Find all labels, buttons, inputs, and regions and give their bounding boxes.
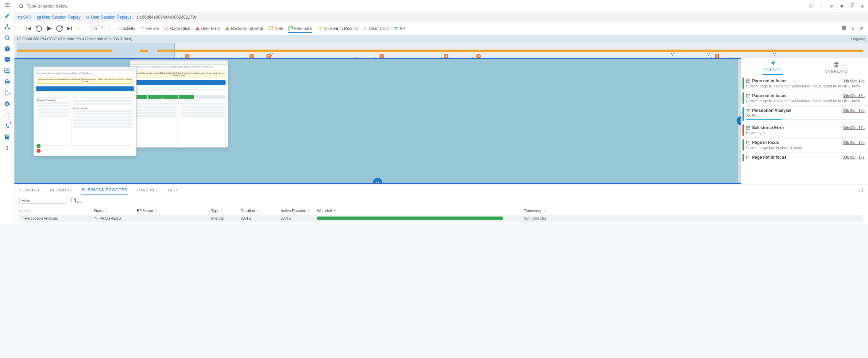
breadcrumb-usreplay[interactable]: User Session Replay bbox=[37, 15, 80, 20]
shot1-url: https://gapm-dev-ed.lightning.force.com/… bbox=[34, 71, 136, 75]
svg-point-23 bbox=[5, 115, 5, 115]
book-rail-icon[interactable] bbox=[3, 133, 11, 141]
toggle-panel-button[interactable] bbox=[373, 178, 382, 184]
col-label[interactable]: Label▲▼ bbox=[19, 209, 91, 213]
tab-events[interactable]: EVENTS bbox=[741, 58, 805, 76]
download-tool-icon[interactable] bbox=[850, 25, 856, 32]
undo-button[interactable] bbox=[35, 25, 43, 32]
col-bpname[interactable]: BP Name▲▼ bbox=[137, 209, 209, 213]
spinner-rail-icon[interactable] bbox=[3, 89, 11, 97]
left-rail bbox=[0, 0, 14, 224]
svg-point-20 bbox=[8, 116, 9, 117]
global-search[interactable] bbox=[19, 3, 805, 9]
svg-point-85 bbox=[748, 111, 749, 112]
fwd-dash-icon: — bbox=[76, 26, 80, 31]
legend-inactivity[interactable]: —Inactivity bbox=[114, 26, 135, 31]
scrub-track[interactable]: 312024183 bbox=[14, 43, 868, 58]
svg-point-68 bbox=[272, 53, 273, 54]
event-item[interactable]: Page not in focus00h 00m 18sCurrent page… bbox=[741, 91, 868, 106]
legend-no-search[interactable]: No Search Results bbox=[317, 26, 358, 31]
svg-point-4 bbox=[4, 28, 6, 30]
alert-rail-icon[interactable] bbox=[3, 45, 11, 53]
filter-input[interactable] bbox=[19, 197, 67, 204]
table-row[interactable]: Perception Analysis IN_PROGRESS Interval… bbox=[19, 215, 863, 222]
top-actions bbox=[805, 3, 864, 10]
tab-network[interactable]: NETWORK bbox=[50, 185, 73, 195]
col-timestamp[interactable]: Timestamp▲▼ bbox=[505, 209, 546, 213]
breadcrumb-usreplays[interactable]: User Session Replays bbox=[86, 15, 131, 20]
svg-point-3 bbox=[6, 24, 8, 26]
collapse-events-button[interactable] bbox=[737, 116, 741, 125]
refresh-icon[interactable] bbox=[805, 3, 812, 10]
export-csv-button[interactable]: CSV bbox=[71, 197, 81, 204]
maximize-icon[interactable] bbox=[858, 187, 863, 193]
event-item[interactable]: Page not in focus00h 00m 17s bbox=[741, 152, 868, 163]
info-top-icon[interactable] bbox=[836, 3, 843, 10]
legend-bp[interactable]: BP bbox=[393, 26, 405, 31]
svg-point-73 bbox=[707, 53, 708, 54]
legend-user-error[interactable]: User Error bbox=[195, 26, 220, 31]
help-rail-icon[interactable] bbox=[3, 144, 11, 152]
svg-rect-16 bbox=[5, 82, 9, 83]
breadcrumb-san[interactable]: SAN bbox=[18, 15, 32, 20]
bottom-panel: CONSOLENETWORKBUSINESS PROCESSTIMELINEIN… bbox=[14, 184, 868, 224]
loading-rail-icon[interactable] bbox=[3, 111, 11, 119]
hamburger-icon[interactable] bbox=[3, 1, 11, 9]
user-top-icon[interactable] bbox=[857, 3, 864, 10]
event-item[interactable]: Page not in focus00h 00m 18sCurrent page… bbox=[741, 76, 868, 91]
event-item[interactable]: Salesforce Error00h 00m 17sDivide by 0 bbox=[741, 123, 868, 138]
svg-point-49 bbox=[141, 27, 144, 30]
fullscreen-icon[interactable] bbox=[816, 3, 823, 10]
play-circle-icon[interactable] bbox=[826, 3, 833, 10]
legend-freeze[interactable]: Freeze bbox=[140, 26, 159, 31]
settings2-rail-icon[interactable] bbox=[3, 122, 11, 130]
tab-info[interactable]: INFO bbox=[166, 185, 177, 195]
events-list[interactable]: Page not in focus00h 00m 18sCurrent page… bbox=[741, 76, 868, 184]
redo-button[interactable] bbox=[56, 25, 63, 32]
event-item[interactable]: Perception Analysis00h 00m 18s23.45 sec bbox=[741, 106, 868, 123]
svg-point-51 bbox=[165, 28, 166, 28]
chat-rail-icon[interactable] bbox=[3, 56, 11, 64]
svg-point-78 bbox=[774, 55, 775, 56]
search-input[interactable] bbox=[27, 3, 805, 9]
gear-rail-icon[interactable] bbox=[3, 100, 11, 108]
info-tool-icon[interactable] bbox=[841, 25, 847, 32]
play-button[interactable] bbox=[45, 25, 53, 32]
col-duration[interactable]: Duration▲▼ bbox=[241, 209, 279, 213]
pencil-icon[interactable] bbox=[3, 12, 11, 20]
legend-rage[interactable]: Rage Click bbox=[164, 26, 190, 31]
legend-note[interactable]: Note bbox=[268, 26, 283, 31]
col-active-duration[interactable]: Active Duration▲▼ bbox=[281, 209, 315, 213]
speed-select[interactable]: 1x bbox=[90, 25, 105, 32]
svg-point-50 bbox=[164, 27, 168, 30]
legend-dead-click[interactable]: Dead Click bbox=[362, 26, 389, 31]
skip-fwd-button[interactable] bbox=[66, 25, 74, 32]
target-rail-icon[interactable] bbox=[3, 78, 11, 86]
svg-rect-94 bbox=[859, 188, 862, 191]
svg-rect-37 bbox=[842, 6, 842, 7]
svg-point-21 bbox=[7, 117, 8, 117]
svg-rect-29 bbox=[6, 136, 9, 136]
skip-back-button[interactable] bbox=[25, 25, 32, 32]
tab-business-process[interactable]: BUSINESS PROCESS bbox=[82, 185, 128, 195]
svg-rect-44 bbox=[37, 18, 39, 19]
svg-rect-9 bbox=[7, 48, 8, 50]
tab-timeline[interactable]: TIMELINE bbox=[137, 185, 158, 195]
breadcrumb-id: 66d84e9094d4e0002402179c bbox=[137, 15, 197, 20]
event-item[interactable]: Page in focus00h 00m 17sCurrent page has… bbox=[741, 138, 868, 152]
legend-bg-error[interactable]: Background Error bbox=[225, 26, 263, 31]
tab-overlays[interactable]: OVERLAYS bbox=[805, 58, 868, 76]
inbox-icon[interactable] bbox=[847, 3, 854, 10]
edit-tool-icon[interactable] bbox=[859, 25, 865, 32]
tab-console[interactable]: CONSOLE bbox=[19, 185, 41, 195]
svg-rect-66 bbox=[844, 27, 844, 27]
svg-point-57 bbox=[318, 27, 321, 30]
legend-feedback[interactable]: Feedback bbox=[288, 26, 313, 33]
search-rail-icon[interactable] bbox=[3, 34, 11, 42]
sitemap-icon[interactable] bbox=[3, 23, 11, 31]
svg-line-47 bbox=[89, 18, 89, 19]
col-status[interactable]: Status▲▼ bbox=[94, 209, 135, 213]
monitor-rail-icon[interactable] bbox=[3, 67, 11, 75]
col-type[interactable]: Type▲▼ bbox=[211, 209, 239, 213]
col-waterfall[interactable]: Waterfall▲ bbox=[317, 209, 503, 213]
